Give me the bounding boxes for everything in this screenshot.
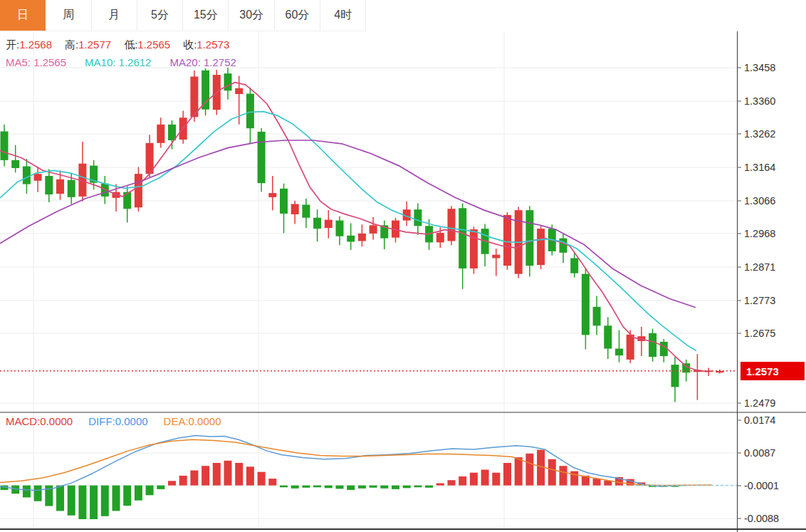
macd-legend-diff: DIFF:0.0000 — [88, 414, 147, 429]
macd-histogram-bar — [515, 457, 523, 486]
axis-label: 0.0174 — [744, 414, 775, 426]
macd-histogram-bar — [459, 476, 466, 486]
axis-label: 0.0087 — [744, 447, 775, 459]
macd-histogram-bar — [358, 486, 366, 489]
macd-histogram-bar — [213, 463, 221, 486]
ohlc-close: 收:1.2573 — [183, 38, 229, 52]
candle-body — [313, 218, 321, 229]
candle-body — [525, 210, 533, 266]
candle-body — [582, 274, 590, 335]
macd-histogram-bar — [168, 481, 176, 485]
macd-histogram-bar — [425, 486, 433, 488]
tab-week[interactable]: 周 — [46, 0, 91, 31]
candle-body — [202, 71, 209, 110]
tab-5min[interactable]: 5分 — [137, 0, 183, 31]
macd-histogram-bar — [135, 486, 142, 501]
macd-histogram-bar — [90, 486, 98, 519]
macd-histogram-bar — [370, 486, 377, 488]
macd-histogram-bar — [68, 486, 75, 516]
macd-histogram-bar — [436, 483, 444, 485]
macd-histogram-bar — [593, 479, 601, 485]
candle-body — [23, 167, 31, 184]
candle-body — [649, 333, 656, 357]
tab-15min[interactable]: 15分 — [183, 0, 229, 31]
candle-body — [45, 176, 53, 194]
macd-histogram-bar — [336, 486, 344, 489]
macd-histogram-bar — [101, 486, 109, 516]
axis-label: 1.3262 — [744, 128, 775, 140]
macd-histogram-bar — [179, 476, 187, 486]
candle-body — [593, 307, 601, 325]
macd-histogram-bar — [492, 473, 500, 486]
candle-body — [448, 209, 456, 241]
macd-histogram-bar — [392, 486, 399, 489]
chart-area[interactable]: 1.34581.33601.32621.31641.30661.29681.28… — [0, 31, 806, 532]
macd-histogram-bar — [123, 486, 131, 506]
candle-body — [268, 193, 276, 197]
macd-histogram-bar — [403, 486, 411, 489]
tab-month[interactable]: 月 — [92, 0, 137, 31]
axis-label: 1.2773 — [744, 295, 775, 306]
candle-body — [325, 220, 333, 229]
macd-histogram-bar — [224, 461, 232, 486]
macd-histogram-bar — [258, 472, 266, 486]
ma-legend-ma5: MA5: 1.2565 — [6, 56, 66, 70]
macd-legend: MACD:0.0000DIFF:0.0000DEA:0.0000 — [6, 414, 221, 429]
candlestick-macd-canvas[interactable]: 1.34581.33601.32621.31641.30661.29681.28… — [0, 31, 806, 532]
candle-body — [168, 125, 176, 140]
candle-body — [157, 125, 164, 143]
tab-30min[interactable]: 30分 — [229, 0, 274, 31]
axis-label: 1.2479 — [744, 397, 775, 409]
candle-body — [370, 225, 377, 234]
macd-histogram-bar — [56, 486, 64, 511]
candle-body — [302, 204, 310, 217]
macd-histogram-bar — [23, 486, 31, 498]
candle-body — [492, 255, 500, 259]
axis-label: -0.0001 — [744, 480, 779, 491]
axis-label: 1.2675 — [744, 328, 775, 339]
candle-body — [671, 365, 679, 387]
candle-body — [224, 73, 232, 90]
candle-body — [347, 236, 355, 242]
tab-4hour[interactable]: 4时 — [320, 0, 366, 31]
axis-label: 1.2968 — [744, 228, 775, 239]
macd-histogram-bar — [347, 486, 355, 490]
macd-histogram-bar — [291, 486, 299, 489]
tab-60min[interactable]: 60分 — [275, 0, 320, 31]
candle-body — [291, 204, 299, 214]
macd-histogram-bar — [302, 486, 310, 488]
macd-histogram-bar — [202, 466, 209, 485]
macd-histogram-bar — [560, 466, 567, 485]
axis-label: 1.3164 — [744, 162, 775, 173]
macd-histogram-bar — [112, 486, 120, 511]
candle-body — [11, 160, 19, 168]
tab-day[interactable]: 日 — [0, 0, 46, 31]
macd-histogram-bar — [280, 486, 288, 488]
candle-body — [560, 239, 567, 253]
ma-line-ma10 — [0, 112, 696, 351]
ohlc-low: 低:1.2565 — [124, 38, 170, 52]
axis-label: 1.3458 — [744, 62, 775, 73]
ohlc-high: 高:1.2577 — [65, 38, 111, 52]
candle-body — [570, 258, 578, 273]
ma-line-ma5 — [0, 83, 707, 372]
candle-body — [246, 94, 254, 129]
ohlc-open: 开:1.2568 — [6, 38, 52, 52]
axis-label: 1.2871 — [744, 261, 775, 273]
timeframe-tabbar: 日周月5分15分30分60分4时 — [0, 0, 806, 31]
ma-legend: MA5: 1.2565MA10: 1.2612MA20: 1.2752 — [6, 56, 236, 70]
macd-histogram-bar — [325, 486, 333, 489]
macd-histogram-bar — [414, 486, 422, 488]
candle-body — [470, 229, 478, 268]
macd-histogram-bar — [503, 463, 511, 486]
ma-line-ma20 — [0, 140, 696, 308]
macd-histogram-bar — [525, 454, 533, 486]
macd-histogram-bar — [78, 486, 86, 519]
macd-histogram-bar — [548, 459, 556, 486]
current-price-badge-value: 1.2573 — [746, 365, 779, 377]
macd-histogram-bar — [246, 466, 254, 485]
axis-label: 1.3360 — [744, 95, 775, 107]
macd-line-dea — [0, 439, 712, 485]
candle-body — [503, 215, 511, 266]
candle-body — [627, 335, 634, 360]
